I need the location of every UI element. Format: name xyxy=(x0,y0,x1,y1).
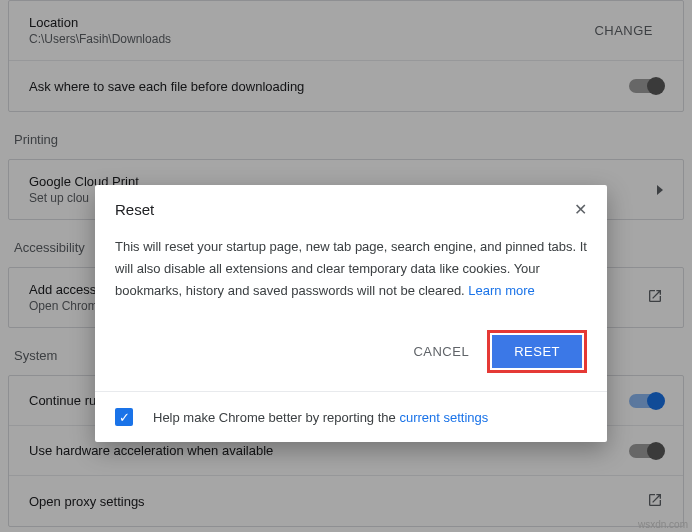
close-icon[interactable]: ✕ xyxy=(574,202,587,218)
watermark: wsxdn.com xyxy=(638,519,688,530)
dialog-footer-text: Help make Chrome better by reporting the… xyxy=(153,410,488,425)
reset-dialog: Reset ✕ This will reset your startup pag… xyxy=(95,185,607,442)
cancel-button[interactable]: CANCEL xyxy=(413,344,469,359)
dialog-actions: CANCEL RESET xyxy=(95,320,607,391)
current-settings-link[interactable]: current settings xyxy=(399,410,488,425)
help-checkbox[interactable]: ✓ xyxy=(115,408,133,426)
help-text: Help make Chrome better by reporting the xyxy=(153,410,399,425)
dialog-header: Reset ✕ xyxy=(95,185,607,226)
dialog-body: This will reset your startup page, new t… xyxy=(95,226,607,320)
learn-more-link[interactable]: Learn more xyxy=(468,283,534,298)
reset-button-highlight: RESET xyxy=(487,330,587,373)
reset-button[interactable]: RESET xyxy=(492,335,582,368)
dialog-title: Reset xyxy=(115,201,574,218)
dialog-footer: ✓ Help make Chrome better by reporting t… xyxy=(95,391,607,442)
